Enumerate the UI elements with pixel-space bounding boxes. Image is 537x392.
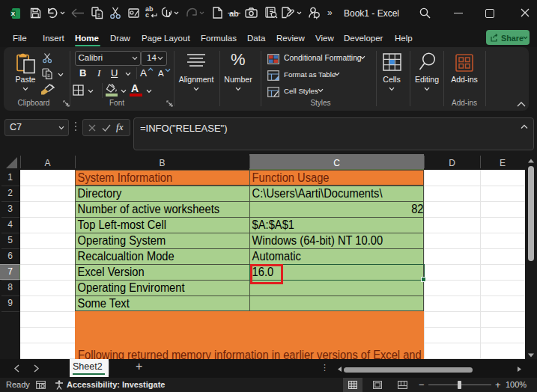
svg-text:X: X [11,10,16,17]
